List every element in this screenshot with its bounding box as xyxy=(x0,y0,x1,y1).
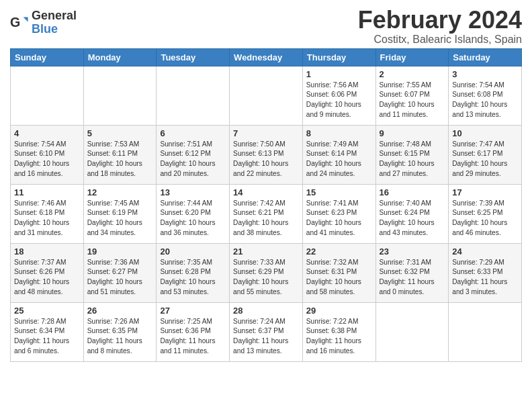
logo-blue: Blue xyxy=(32,23,77,36)
day-info: Sunrise: 7:33 AM Sunset: 6:29 PM Dayligh… xyxy=(233,258,299,298)
day-number: 13 xyxy=(160,187,226,197)
day-info: Sunrise: 7:25 AM Sunset: 6:36 PM Dayligh… xyxy=(160,317,226,357)
calendar-cell: 14Sunrise: 7:42 AM Sunset: 6:21 PM Dayli… xyxy=(230,184,303,243)
day-number: 22 xyxy=(306,246,372,257)
day-number: 9 xyxy=(380,128,445,138)
calendar-cell xyxy=(375,302,449,361)
day-info: Sunrise: 7:40 AM Sunset: 6:24 PM Dayligh… xyxy=(380,199,445,238)
calendar-table: SundayMondayTuesdayWednesdayThursdayFrid… xyxy=(10,48,522,362)
day-number: 18 xyxy=(14,246,80,257)
calendar-header-row: SundayMondayTuesdayWednesdayThursdayFrid… xyxy=(11,48,522,66)
day-header-thursday: Thursday xyxy=(302,48,375,66)
week-row-4: 25Sunrise: 7:28 AM Sunset: 6:34 PM Dayli… xyxy=(11,302,522,361)
day-number: 17 xyxy=(452,187,518,197)
day-info: Sunrise: 7:26 AM Sunset: 6:35 PM Dayligh… xyxy=(87,317,153,357)
logo-icon: G xyxy=(10,13,29,32)
day-number: 23 xyxy=(380,246,445,257)
calendar-cell: 10Sunrise: 7:47 AM Sunset: 6:17 PM Dayli… xyxy=(449,125,522,184)
calendar-cell: 2Sunrise: 7:55 AM Sunset: 6:07 PM Daylig… xyxy=(375,66,449,125)
day-header-monday: Monday xyxy=(83,48,157,66)
day-number: 7 xyxy=(233,128,299,138)
day-header-tuesday: Tuesday xyxy=(157,48,230,66)
day-info: Sunrise: 7:36 AM Sunset: 6:27 PM Dayligh… xyxy=(87,258,153,298)
calendar-cell: 3Sunrise: 7:54 AM Sunset: 6:08 PM Daylig… xyxy=(449,66,522,125)
calendar-cell: 28Sunrise: 7:24 AM Sunset: 6:37 PM Dayli… xyxy=(230,302,303,361)
header: G General Blue February 2024 Costitx, Ba… xyxy=(10,7,522,46)
calendar-cell: 20Sunrise: 7:35 AM Sunset: 6:28 PM Dayli… xyxy=(157,243,230,302)
day-info: Sunrise: 7:47 AM Sunset: 6:17 PM Dayligh… xyxy=(452,140,518,179)
calendar-cell: 15Sunrise: 7:41 AM Sunset: 6:23 PM Dayli… xyxy=(302,184,375,243)
day-info: Sunrise: 7:41 AM Sunset: 6:23 PM Dayligh… xyxy=(306,199,372,238)
day-info: Sunrise: 7:39 AM Sunset: 6:25 PM Dayligh… xyxy=(452,199,518,238)
logo-text: General Blue xyxy=(32,9,77,36)
day-info: Sunrise: 7:53 AM Sunset: 6:11 PM Dayligh… xyxy=(87,140,153,179)
day-number: 4 xyxy=(14,128,80,138)
day-number: 19 xyxy=(87,246,153,257)
calendar-subtitle: Costitx, Balearic Islands, Spain xyxy=(358,34,522,46)
calendar-cell: 25Sunrise: 7:28 AM Sunset: 6:34 PM Dayli… xyxy=(11,302,84,361)
day-number: 24 xyxy=(452,246,518,257)
calendar-cell xyxy=(230,66,303,125)
day-info: Sunrise: 7:42 AM Sunset: 6:21 PM Dayligh… xyxy=(233,199,299,238)
week-row-3: 18Sunrise: 7:37 AM Sunset: 6:26 PM Dayli… xyxy=(11,243,522,302)
day-number: 20 xyxy=(160,246,226,257)
day-number: 5 xyxy=(87,128,153,138)
calendar-cell: 24Sunrise: 7:29 AM Sunset: 6:33 PM Dayli… xyxy=(449,243,522,302)
day-info: Sunrise: 7:45 AM Sunset: 6:19 PM Dayligh… xyxy=(87,199,153,238)
day-number: 16 xyxy=(380,187,445,197)
day-info: Sunrise: 7:55 AM Sunset: 6:07 PM Dayligh… xyxy=(380,81,445,120)
calendar-cell: 12Sunrise: 7:45 AM Sunset: 6:19 PM Dayli… xyxy=(83,184,157,243)
calendar-cell: 23Sunrise: 7:31 AM Sunset: 6:32 PM Dayli… xyxy=(375,243,449,302)
day-number: 26 xyxy=(87,306,153,316)
calendar-cell: 1Sunrise: 7:56 AM Sunset: 6:06 PM Daylig… xyxy=(302,66,375,125)
day-number: 6 xyxy=(160,128,226,138)
day-info: Sunrise: 7:32 AM Sunset: 6:31 PM Dayligh… xyxy=(306,258,372,298)
day-info: Sunrise: 7:48 AM Sunset: 6:15 PM Dayligh… xyxy=(380,140,445,179)
day-info: Sunrise: 7:46 AM Sunset: 6:18 PM Dayligh… xyxy=(14,199,80,238)
day-header-friday: Friday xyxy=(375,48,449,66)
title-block: February 2024 Costitx, Balearic Islands,… xyxy=(358,7,522,46)
day-number: 28 xyxy=(233,306,299,316)
day-number: 3 xyxy=(452,69,518,79)
calendar-cell: 6Sunrise: 7:51 AM Sunset: 6:12 PM Daylig… xyxy=(157,125,230,184)
day-number: 15 xyxy=(306,187,372,197)
calendar-cell: 26Sunrise: 7:26 AM Sunset: 6:35 PM Dayli… xyxy=(83,302,157,361)
day-header-saturday: Saturday xyxy=(449,48,522,66)
calendar-cell: 18Sunrise: 7:37 AM Sunset: 6:26 PM Dayli… xyxy=(11,243,84,302)
day-number: 10 xyxy=(452,128,518,138)
day-number: 27 xyxy=(160,306,226,316)
svg-marker-1 xyxy=(24,17,28,21)
day-info: Sunrise: 7:24 AM Sunset: 6:37 PM Dayligh… xyxy=(233,317,299,357)
day-info: Sunrise: 7:50 AM Sunset: 6:13 PM Dayligh… xyxy=(233,140,299,179)
day-info: Sunrise: 7:49 AM Sunset: 6:14 PM Dayligh… xyxy=(306,140,372,179)
day-header-sunday: Sunday xyxy=(11,48,84,66)
calendar-cell: 21Sunrise: 7:33 AM Sunset: 6:29 PM Dayli… xyxy=(230,243,303,302)
week-row-1: 4Sunrise: 7:54 AM Sunset: 6:10 PM Daylig… xyxy=(11,125,522,184)
calendar-cell: 16Sunrise: 7:40 AM Sunset: 6:24 PM Dayli… xyxy=(375,184,449,243)
day-number: 29 xyxy=(306,306,372,316)
calendar-cell: 22Sunrise: 7:32 AM Sunset: 6:31 PM Dayli… xyxy=(302,243,375,302)
day-number: 12 xyxy=(87,187,153,197)
day-number: 25 xyxy=(14,306,80,316)
day-number: 8 xyxy=(306,128,372,138)
calendar-cell xyxy=(449,302,522,361)
calendar-cell xyxy=(11,66,84,125)
calendar-cell: 17Sunrise: 7:39 AM Sunset: 6:25 PM Dayli… xyxy=(449,184,522,243)
day-info: Sunrise: 7:29 AM Sunset: 6:33 PM Dayligh… xyxy=(452,258,518,298)
day-number: 11 xyxy=(14,187,80,197)
logo: G General Blue xyxy=(10,9,77,36)
day-info: Sunrise: 7:28 AM Sunset: 6:34 PM Dayligh… xyxy=(14,317,80,357)
calendar-cell: 9Sunrise: 7:48 AM Sunset: 6:15 PM Daylig… xyxy=(375,125,449,184)
day-info: Sunrise: 7:31 AM Sunset: 6:32 PM Dayligh… xyxy=(380,258,445,298)
day-number: 21 xyxy=(233,246,299,257)
calendar-cell: 4Sunrise: 7:54 AM Sunset: 6:10 PM Daylig… xyxy=(11,125,84,184)
calendar-cell: 13Sunrise: 7:44 AM Sunset: 6:20 PM Dayli… xyxy=(157,184,230,243)
day-number: 2 xyxy=(380,69,445,79)
calendar-title: February 2024 xyxy=(358,7,522,34)
day-info: Sunrise: 7:54 AM Sunset: 6:08 PM Dayligh… xyxy=(452,81,518,120)
calendar-cell: 11Sunrise: 7:46 AM Sunset: 6:18 PM Dayli… xyxy=(11,184,84,243)
calendar-cell: 5Sunrise: 7:53 AM Sunset: 6:11 PM Daylig… xyxy=(83,125,157,184)
calendar-cell: 27Sunrise: 7:25 AM Sunset: 6:36 PM Dayli… xyxy=(157,302,230,361)
day-number: 1 xyxy=(306,69,372,79)
day-info: Sunrise: 7:44 AM Sunset: 6:20 PM Dayligh… xyxy=(160,199,226,238)
